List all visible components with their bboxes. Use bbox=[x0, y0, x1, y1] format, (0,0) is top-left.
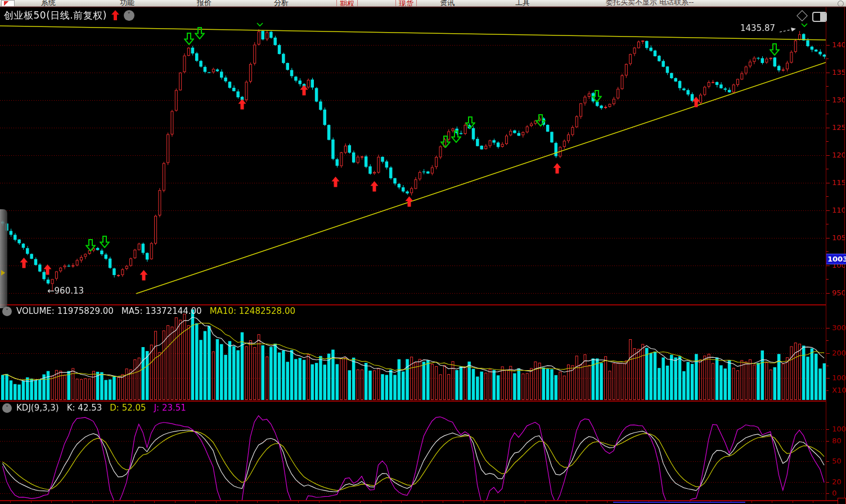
axis-tick bbox=[826, 141, 829, 142]
time-tick bbox=[72, 501, 73, 503]
time-tick bbox=[587, 501, 587, 503]
time-tick bbox=[793, 501, 793, 503]
time-tick bbox=[175, 501, 176, 503]
axis-tick bbox=[826, 100, 830, 101]
axis-tick bbox=[826, 73, 830, 73]
time-tick bbox=[813, 501, 813, 503]
high-price-annotation: 1435.87 bbox=[740, 23, 775, 33]
axis-label: 300 bbox=[832, 323, 845, 332]
volume-chart-canvas[interactable] bbox=[0, 305, 826, 400]
axis-label: 1250 bbox=[832, 123, 845, 132]
time-tick bbox=[504, 501, 505, 503]
menu-item-1[interactable]: 功能 bbox=[120, 0, 134, 7]
axis-tick bbox=[826, 429, 829, 430]
axis-tick bbox=[826, 251, 829, 252]
axis-tick bbox=[826, 266, 830, 266]
resize-corner-icon[interactable] bbox=[838, 498, 846, 504]
sell-signal-arrow bbox=[592, 90, 602, 102]
axis-tick bbox=[826, 482, 829, 483]
axis-tick bbox=[826, 155, 830, 156]
collapse-volume-pane-button[interactable]: ˅ bbox=[2, 307, 12, 316]
collapse-main-pane-button[interactable]: ˅ bbox=[124, 10, 134, 21]
volume-ma10-label: MA10: 12482528.00 bbox=[210, 306, 295, 316]
axis-label: 1300 bbox=[832, 96, 845, 104]
time-tick bbox=[113, 501, 114, 503]
sell-signal-arrow bbox=[440, 136, 451, 148]
time-tick bbox=[340, 501, 340, 503]
candlestick-chart-canvas[interactable] bbox=[0, 7, 826, 304]
time-tick bbox=[772, 501, 772, 503]
axis-tick bbox=[826, 461, 829, 462]
axis-tick bbox=[826, 353, 830, 354]
time-tick bbox=[10, 501, 11, 503]
buy-signal-arrow bbox=[300, 85, 308, 96]
axis-tick bbox=[826, 441, 829, 442]
time-tick bbox=[484, 501, 484, 503]
axis-label: X10万 bbox=[832, 385, 846, 395]
menu-item-4[interactable]: 期权 bbox=[336, 0, 358, 7]
time-tick bbox=[216, 501, 217, 503]
time-tick bbox=[463, 501, 464, 503]
time-tick bbox=[92, 501, 93, 503]
axis-tick bbox=[826, 378, 830, 379]
peak-check-icon bbox=[256, 22, 263, 27]
axis-tick bbox=[826, 293, 830, 294]
buy-signal-arrow bbox=[692, 97, 700, 107]
sell-signal-arrow bbox=[451, 130, 461, 143]
axis-tick bbox=[826, 86, 829, 87]
axis-tick bbox=[826, 366, 829, 366]
time-tick bbox=[319, 501, 320, 503]
time-tick bbox=[607, 501, 608, 503]
time-tick bbox=[31, 501, 32, 503]
axis-label: 200 bbox=[832, 349, 845, 357]
menu-item-2[interactable]: 报价 bbox=[197, 0, 212, 7]
kdj-chart-canvas[interactable] bbox=[0, 402, 826, 500]
menu-item-3[interactable]: 分析 bbox=[274, 0, 289, 7]
axis-tick bbox=[826, 224, 829, 224]
buy-signal-arrow bbox=[405, 196, 413, 207]
axis-tick bbox=[826, 169, 829, 169]
time-tick bbox=[257, 501, 258, 503]
app-icon[interactable] bbox=[1, 0, 15, 7]
sell-signal-arrow bbox=[770, 43, 780, 56]
menu-item-6[interactable]: 资讯 bbox=[440, 0, 454, 7]
menu-item-0[interactable]: 系统 bbox=[41, 0, 56, 7]
kdj-pane-separator bbox=[0, 400, 846, 402]
axis-label: 1050 bbox=[832, 233, 845, 242]
time-tick bbox=[566, 501, 566, 503]
sell-signal-arrow bbox=[184, 33, 194, 45]
axis-tick bbox=[826, 210, 830, 211]
menu-item-5[interactable]: 现货 bbox=[395, 0, 417, 7]
help-icon[interactable] bbox=[838, 1, 844, 7]
volume-label: VOLUME: 11975829.00 bbox=[16, 306, 114, 316]
peak-check-icon bbox=[801, 23, 808, 28]
left-panel-splitter[interactable] bbox=[0, 209, 7, 308]
trading-app-window: 系统功能报价分析期权现货资讯工具 委托买卖不显示 电话联系-- 创业板50(日线… bbox=[0, 0, 846, 504]
time-tick bbox=[154, 501, 155, 503]
kdj-d-value: D: 52.05 bbox=[110, 403, 146, 413]
sell-signal-arrow bbox=[465, 116, 475, 129]
axis-label: 1200 bbox=[832, 151, 845, 159]
time-tick bbox=[237, 501, 237, 503]
axis-tick bbox=[826, 493, 829, 494]
axis-tick bbox=[826, 58, 829, 59]
sell-signal-arrow bbox=[86, 239, 96, 251]
axis-tick bbox=[826, 196, 829, 197]
menu-item-7[interactable]: 工具 bbox=[515, 0, 530, 7]
time-tick bbox=[443, 501, 443, 503]
buy-signal-arrow bbox=[331, 177, 340, 187]
split-view-icon[interactable] bbox=[812, 12, 827, 22]
axis-tick bbox=[826, 114, 829, 114]
scroll-range-indicator bbox=[613, 502, 745, 503]
axis-tick bbox=[826, 45, 830, 46]
chart-title: 创业板50(日线.前复权) bbox=[4, 9, 107, 22]
axis-label: 950 bbox=[832, 289, 845, 297]
volume-ma5-label: MA5: 13372144.00 bbox=[122, 306, 202, 316]
trend-up-icon bbox=[111, 10, 119, 20]
menubar: 系统功能报价分析期权现货资讯工具 委托买卖不显示 电话联系-- bbox=[0, 0, 846, 7]
buy-signal-arrow bbox=[370, 181, 379, 192]
buy-signal-arrow bbox=[43, 264, 52, 275]
collapse-kdj-pane-button[interactable]: ˅ bbox=[2, 403, 12, 413]
kdj-label: KDJ(9,3,3) bbox=[16, 403, 59, 413]
time-tick bbox=[546, 501, 546, 503]
